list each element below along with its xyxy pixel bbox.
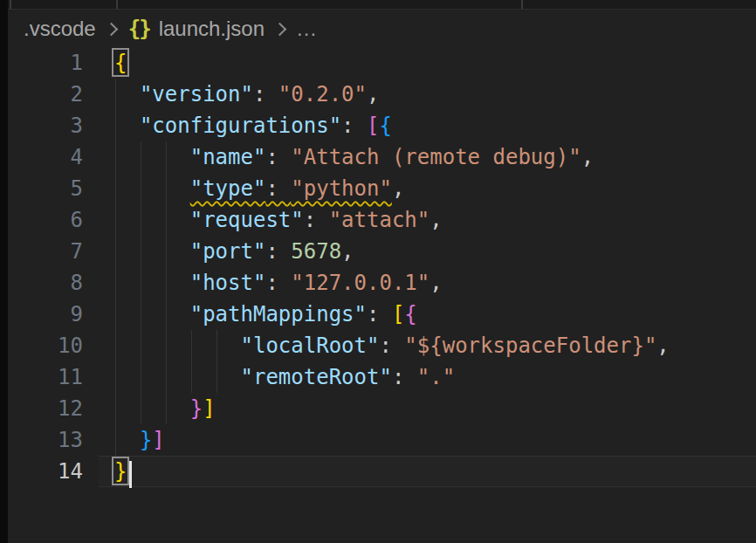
code-token <box>114 271 190 295</box>
code-token: , <box>341 239 354 264</box>
code-line-content: "version": "0.2.0", <box>83 79 379 110</box>
code-line[interactable]: 12 }] <box>8 393 756 424</box>
code-token: "." <box>417 365 455 389</box>
code-token <box>114 176 190 201</box>
code-token <box>114 365 241 389</box>
code-token <box>114 208 190 232</box>
code-token: "type" <box>190 176 266 201</box>
code-token: "configurations" <box>140 113 341 138</box>
line-number[interactable]: 3 <box>8 110 83 141</box>
code-token: : <box>253 82 278 107</box>
code-line[interactable]: 14} <box>8 456 756 487</box>
line-number[interactable]: 13 <box>8 424 83 456</box>
json-braces-icon: {} <box>128 17 150 41</box>
code-line-content: } <box>83 456 127 487</box>
code-line[interactable]: 3 "configurations": [{ <box>8 110 756 141</box>
code-token: { <box>404 302 416 326</box>
code-token: "Attach (remote debug)" <box>291 145 581 169</box>
code-token: "localRoot" <box>241 333 380 358</box>
chevron-right-icon <box>273 22 287 36</box>
breadcrumb-file[interactable]: launch.json <box>159 17 265 41</box>
code-token <box>114 428 140 452</box>
code-token: } <box>190 396 203 421</box>
chevron-right-icon <box>104 22 118 36</box>
line-number[interactable]: 9 <box>8 299 83 330</box>
code-token: "${workspaceFolder}" <box>404 333 656 358</box>
code-line[interactable]: 1{ <box>8 47 756 79</box>
tab-separator <box>10 0 11 9</box>
code-token: : <box>304 208 329 232</box>
code-line-content: }] <box>83 393 216 424</box>
code-token <box>114 396 190 421</box>
code-token: , <box>581 145 594 169</box>
code-token: , <box>392 176 404 201</box>
code-line[interactable]: 2 "version": "0.2.0", <box>8 79 756 110</box>
code-line[interactable]: 10 "localRoot": "${workspaceFolder}", <box>8 330 756 361</box>
line-number[interactable]: 1 <box>8 47 83 79</box>
line-number[interactable]: 4 <box>8 141 83 173</box>
code-line[interactable]: 6 "request": "attach", <box>8 204 756 236</box>
code-token: , <box>367 82 379 107</box>
line-number[interactable]: 11 <box>8 361 83 393</box>
warning-squiggle: "type": "python" <box>190 176 392 201</box>
window-edge <box>0 0 8 543</box>
code-line-content: "name": "Attach (remote debug)", <box>83 141 594 173</box>
code-token: "remoteRoot" <box>241 365 392 389</box>
code-token: { <box>379 113 391 138</box>
code-token: "name" <box>190 145 266 169</box>
code-line-content: { <box>83 47 127 79</box>
breadcrumb-folder[interactable]: .vscode <box>24 17 96 41</box>
code-token: "host" <box>190 271 266 295</box>
vscode-editor-window: .vscode {} launch.json ... 1{2 "version"… <box>0 0 756 543</box>
code-token <box>114 239 190 264</box>
matched-bracket: } <box>114 459 127 484</box>
code-line[interactable]: 7 "port": 5678, <box>8 236 756 267</box>
line-number[interactable]: 8 <box>8 267 83 299</box>
code-line-content: "remoteRoot": "." <box>83 361 455 393</box>
line-number[interactable]: 6 <box>8 204 83 236</box>
code-token: : <box>379 333 404 358</box>
code-token: , <box>656 333 669 358</box>
code-token: "attach" <box>329 208 430 232</box>
code-token: : <box>367 302 392 326</box>
matched-bracket: { <box>114 51 127 75</box>
line-number[interactable]: 2 <box>8 79 83 110</box>
code-token: : <box>392 365 417 389</box>
code-token <box>114 333 241 358</box>
code-token: : <box>265 176 291 201</box>
code-line[interactable]: 5 "type": "python", <box>8 173 756 204</box>
code-token: "request" <box>190 208 304 232</box>
code-line[interactable]: 13 }] <box>8 424 756 456</box>
code-token: ] <box>203 396 215 421</box>
tab-separator <box>116 0 118 9</box>
code-token: "pathMappings" <box>190 302 367 326</box>
code-line[interactable]: 8 "host": "127.0.0.1", <box>8 267 756 299</box>
line-number[interactable]: 14 <box>8 456 83 487</box>
code-token: "version" <box>140 82 253 107</box>
code-token: "python" <box>291 176 392 201</box>
line-number[interactable]: 10 <box>8 330 83 361</box>
code-line[interactable]: 4 "name": "Attach (remote debug)", <box>8 141 756 173</box>
code-token: "127.0.0.1" <box>291 271 430 295</box>
line-number[interactable]: 7 <box>8 236 83 267</box>
code-line-content: "port": 5678, <box>83 236 354 267</box>
code-token <box>114 145 190 169</box>
code-editor[interactable]: 1{2 "version": "0.2.0",3 "configurations… <box>8 47 756 487</box>
code-line[interactable]: 11 "remoteRoot": "." <box>8 361 756 393</box>
code-line-content: "configurations": [{ <box>83 110 392 141</box>
line-number[interactable]: 12 <box>8 393 83 424</box>
code-token: , <box>430 208 442 232</box>
code-line-content: "request": "attach", <box>83 204 443 236</box>
code-token: ] <box>152 428 164 452</box>
line-number[interactable]: 5 <box>8 173 83 204</box>
breadcrumb: .vscode {} launch.json ... <box>8 10 756 48</box>
current-line-highlight <box>99 456 756 487</box>
tab-bar <box>0 0 756 10</box>
code-line[interactable]: 9 "pathMappings": [{ <box>8 299 756 330</box>
text-cursor <box>129 461 132 488</box>
code-token: : <box>265 271 291 295</box>
code-line-content: "host": "127.0.0.1", <box>83 267 443 299</box>
code-line-content: "localRoot": "${workspaceFolder}", <box>83 330 670 361</box>
tab-separator <box>521 0 523 9</box>
breadcrumb-symbol[interactable]: ... <box>297 17 317 41</box>
